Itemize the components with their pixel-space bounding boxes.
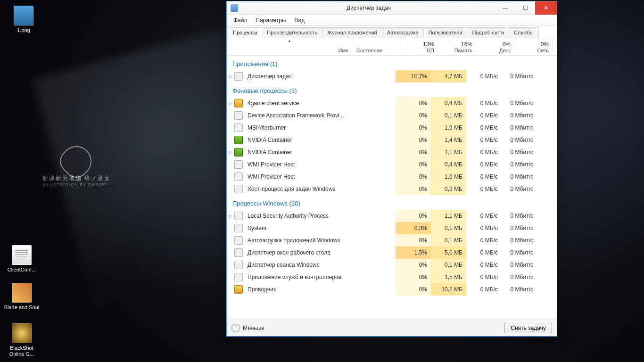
expand-icon[interactable]: ▷	[227, 74, 234, 79]
expand-icon[interactable]: ▷	[227, 101, 234, 106]
memory-cell: 0,1 МБ	[431, 222, 466, 234]
process-icon	[234, 123, 243, 132]
process-icon	[234, 72, 243, 81]
titlebar[interactable]: Диспетчер задач — ☐ ✕	[227, 1, 557, 15]
network-cell: 0 Мбит/с	[502, 158, 537, 171]
tab[interactable]: Службы	[509, 27, 539, 38]
process-row[interactable]: ▷Local Security Authority Process0%1,1 М…	[227, 210, 557, 222]
col-memory[interactable]: 16%Память	[438, 38, 477, 55]
memory-cell: 0,9 МБ	[431, 183, 466, 195]
tab[interactable]: Автозагрузка	[382, 27, 424, 38]
process-icon	[234, 224, 243, 232]
sort-indicator-icon: ▲	[288, 39, 291, 43]
memory-cell: 1,0 МБ	[431, 171, 466, 183]
process-list[interactable]: Приложения (1)▷Диспетчер задач10,7%4,7 М…	[227, 56, 557, 320]
process-row[interactable]: WMI Provider Host0%0,4 МБ0 МБ/с0 Мбит/с	[227, 158, 557, 171]
process-row[interactable]: NVIDIA Container0%1,4 МБ0 МБ/с0 Мбит/с	[227, 134, 557, 146]
process-row[interactable]: ▷4game client service0%0,4 МБ0 МБ/с0 Мби…	[227, 97, 557, 109]
desktop-icon[interactable]: 1.png	[6, 6, 41, 33]
process-row[interactable]: System0,3%0,1 МБ0 МБ/с0 Мбит/с	[227, 222, 557, 234]
network-cell: 0 Мбит/с	[502, 134, 537, 146]
process-row[interactable]: ▷NVIDIA Container0%1,1 МБ0 МБ/с0 Мбит/с	[227, 146, 557, 158]
memory-cell: 0,4 МБ	[431, 97, 466, 109]
tab[interactable]: Журнал приложений	[322, 27, 382, 38]
cpu-cell: 0%	[396, 183, 431, 195]
tab[interactable]: Пользователи	[423, 27, 468, 38]
col-name[interactable]: ▲Имя	[227, 38, 353, 55]
process-icon	[234, 99, 243, 107]
process-name: MSIAfterburner	[246, 124, 353, 131]
fewer-details-button[interactable]: ˄ Меньше	[231, 324, 264, 332]
process-icon	[234, 160, 243, 169]
network-cell: 0 Мбит/с	[502, 247, 537, 259]
tab[interactable]: Процессы	[228, 27, 262, 38]
network-cell: 0 Мбит/с	[502, 183, 537, 195]
menu-item[interactable]: Параметры	[252, 16, 290, 25]
memory-cell: 0,1 МБ	[431, 259, 466, 271]
expand-icon[interactable]: ▷	[227, 150, 234, 155]
process-icon	[234, 173, 243, 181]
process-row[interactable]: Проводник0%10,2 МБ0 МБ/с0 Мбит/с	[227, 283, 557, 296]
process-icon	[234, 273, 243, 281]
memory-cell: 1,5 МБ	[431, 271, 466, 283]
cpu-cell: 0%	[396, 283, 431, 296]
network-cell: 0 Мбит/с	[502, 97, 537, 109]
network-cell: 0 Мбит/с	[502, 283, 537, 296]
disk-cell: 0 МБ/с	[466, 109, 502, 122]
process-icon	[234, 185, 243, 193]
icon-label: BlackShot Online G...	[4, 345, 40, 357]
process-row[interactable]: Автозагрузка приложений Windows0%0,1 МБ0…	[227, 234, 557, 247]
disk-cell: 0 МБ/с	[466, 134, 502, 146]
process-name: Device Association Framework Provi...	[246, 112, 353, 119]
menu-item[interactable]: Вид	[290, 16, 308, 25]
process-group-header: Приложения (1)	[227, 56, 557, 70]
tab[interactable]: Производительность	[262, 27, 322, 38]
process-name: Диспетчер окон рабочего стола	[246, 249, 353, 256]
cpu-cell: 0%	[396, 158, 431, 171]
memory-cell: 5,0 МБ	[431, 247, 466, 259]
desktop-icon[interactable]: ClientConf...	[4, 245, 40, 273]
disk-cell: 0 МБ/с	[466, 97, 502, 109]
process-row[interactable]: Хост-процесс для задач Windows0%0,9 МБ0 …	[227, 183, 557, 195]
task-manager-window: Диспетчер задач — ☐ ✕ ФайлПараметрыВид П…	[226, 1, 557, 337]
wallpaper-watermark: 新津新天地編 终ノ巫女 ILLUSTRATION BY SWD3E2	[42, 174, 111, 187]
col-cpu[interactable]: 13%ЦП	[400, 38, 438, 55]
disk-cell: 0 МБ/с	[466, 146, 502, 158]
maximize-button[interactable]: ☐	[515, 1, 535, 15]
file-icon	[12, 245, 32, 265]
process-icon	[234, 111, 243, 120]
network-cell: 0 Мбит/с	[502, 259, 537, 271]
process-row[interactable]: WMI Provider Host0%1,0 МБ0 МБ/с0 Мбит/с	[227, 171, 557, 183]
disk-cell: 0 МБ/с	[466, 210, 502, 222]
menu-item[interactable]: Файл	[230, 16, 251, 25]
expand-icon[interactable]: ▷	[227, 214, 234, 218]
tab[interactable]: Подробности	[467, 27, 509, 38]
col-disk[interactable]: 0%Диск	[477, 38, 515, 55]
close-button[interactable]: ✕	[535, 1, 557, 15]
process-row[interactable]: Диспетчер окон рабочего стола1,5%5,0 МБ0…	[227, 247, 557, 259]
menubar: ФайлПараметрыВид	[227, 15, 557, 26]
process-row[interactable]: Приложение служб и контроллеров0%1,5 МБ0…	[227, 271, 557, 283]
network-cell: 0 Мбит/с	[502, 122, 537, 134]
col-state[interactable]: Состояние	[353, 38, 400, 55]
end-task-button[interactable]: Снять задачу	[504, 323, 552, 333]
process-row[interactable]: Диспетчер сеанса Windows0%0,1 МБ0 МБ/с0 …	[227, 259, 557, 271]
process-name: 4game client service	[246, 100, 353, 107]
process-row[interactable]: Device Association Framework Provi...0%0…	[227, 109, 557, 122]
col-network[interactable]: 0%Сеть	[515, 38, 553, 55]
icon-label: ClientConf...	[4, 267, 40, 273]
process-name: Диспетчер сеанса Windows	[246, 262, 353, 268]
disk-cell: 0 МБ/с	[466, 247, 502, 259]
minimize-button[interactable]: —	[495, 1, 515, 15]
cpu-cell: 0%	[396, 259, 431, 271]
process-row[interactable]: ▷Диспетчер задач10,7%4,7 МБ0 МБ/с0 Мбит/…	[227, 70, 557, 82]
process-row[interactable]: MSIAfterburner0%1,9 МБ0 МБ/с0 Мбит/с	[227, 122, 557, 134]
process-icon	[234, 136, 243, 144]
cpu-cell: 1,5%	[396, 247, 431, 259]
app-icon	[231, 4, 238, 12]
disk-cell: 0 МБ/с	[466, 234, 502, 247]
desktop-icon[interactable]: BlackShot Online G...	[4, 323, 40, 357]
desktop-icon[interactable]: Blade and Soul	[4, 283, 40, 311]
memory-cell: 1,1 МБ	[431, 210, 466, 222]
cpu-cell: 0%	[396, 134, 431, 146]
